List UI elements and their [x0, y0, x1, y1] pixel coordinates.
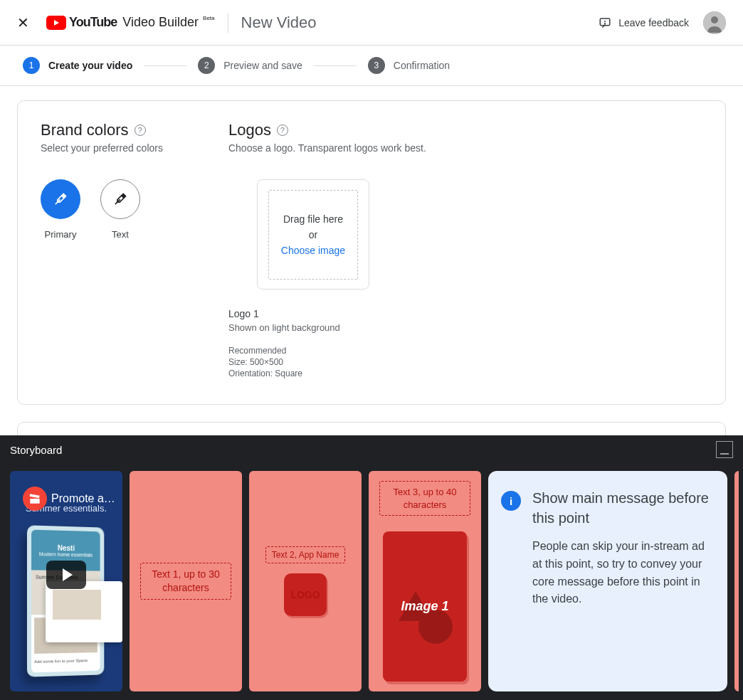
logo1-size: Size: 500×500: [228, 357, 426, 367]
storyboard-frame-2[interactable]: Text 1, up to 30 characters: [130, 471, 242, 691]
brand: YouTube Video Builder Beta: [46, 15, 215, 30]
overlay-card: [46, 581, 122, 642]
storyboard-frame-next[interactable]: [734, 471, 739, 691]
tip-body: People can skip your in-stream ad at thi…: [532, 538, 710, 608]
primary-color-swatch[interactable]: [41, 179, 80, 219]
close-icon[interactable]: ✕: [17, 14, 29, 31]
eyedropper-icon: [53, 192, 68, 206]
logo-dropzone[interactable]: Drag file here or Choose image: [257, 179, 369, 290]
primary-color-pick: Primary: [41, 179, 80, 240]
text-color-swatch[interactable]: [100, 179, 140, 219]
brand-videobuilder: Video Builder: [122, 15, 199, 30]
youtube-logo-icon: [46, 16, 66, 30]
app-header: ✕ YouTube Video Builder Beta New Video L…: [0, 0, 743, 46]
brand-colors-title: Brand colors: [41, 121, 129, 139]
divider: [314, 65, 357, 66]
logo1-shown: Shown on light background: [228, 322, 426, 333]
logo1-recommended: Recommended: [228, 346, 426, 356]
svg-point-4: [711, 16, 718, 23]
director-icon: [23, 487, 47, 511]
play-button[interactable]: [46, 561, 86, 589]
or-text: or: [309, 229, 317, 240]
tip-title: Show main message before this point: [532, 488, 710, 528]
frame1-title: Promote a…: [51, 492, 115, 505]
feedback-icon: [599, 16, 611, 29]
step-2[interactable]: 2 Preview and save: [198, 57, 302, 74]
storyboard-frame-1[interactable]: Promote a… Summer essentials. NestiModer…: [10, 471, 122, 691]
logos-title: Logos: [228, 121, 271, 139]
logo1-orientation: Orientation: Square: [228, 368, 426, 378]
text-color-pick: Text: [100, 179, 140, 240]
choose-image-button[interactable]: Choose image: [281, 245, 345, 256]
storyboard-frame-3[interactable]: Text 2, App Name LOGO: [249, 471, 362, 691]
storyboard-panel: Storyboard Promote a… Summer essentials.…: [0, 435, 743, 700]
stepper: 1 Create your video 2 Preview and save 3…: [0, 46, 743, 86]
brand-colors-subtitle: Select your preferred colors: [41, 142, 163, 154]
primary-label: Primary: [45, 229, 77, 240]
storyboard-frame-4[interactable]: Text 3, up to 40 characters Image 1: [369, 471, 481, 691]
feedback-label: Leave feedback: [618, 17, 689, 28]
text-label: Text: [112, 229, 129, 240]
help-icon[interactable]: ?: [277, 124, 288, 136]
drag-text: Drag file here: [283, 213, 343, 225]
brand-colors-section: Brand colors ? Select your preferred col…: [41, 121, 163, 378]
minimize-button[interactable]: [716, 441, 733, 458]
brand-card: Brand colors ? Select your preferred col…: [17, 100, 726, 405]
text-3-placeholder[interactable]: Text 3, up to 40 characters: [379, 481, 470, 516]
avatar[interactable]: [703, 11, 726, 34]
beta-badge: Beta: [203, 15, 214, 21]
logo1-label: Logo 1: [228, 308, 426, 319]
text-1-placeholder[interactable]: Text 1, up to 30 characters: [140, 563, 231, 600]
text-2-placeholder[interactable]: Text 2, App Name: [265, 546, 346, 563]
divider: [228, 13, 228, 33]
info-icon: i: [501, 491, 521, 511]
svg-point-2: [605, 23, 606, 23]
eyedropper-icon: [113, 192, 127, 206]
step-3[interactable]: 3 Confirmation: [368, 57, 450, 74]
logo-placeholder[interactable]: LOGO: [284, 573, 327, 616]
logos-subtitle: Choose a logo. Transparent logos work be…: [228, 142, 426, 154]
leave-feedback-button[interactable]: Leave feedback: [599, 16, 689, 29]
step-1[interactable]: 1 Create your video: [23, 57, 132, 74]
page-title: New Video: [241, 14, 317, 32]
image-1-placeholder[interactable]: Image 1: [383, 531, 467, 682]
logos-section: Logos ? Choose a logo. Transparent logos…: [228, 121, 426, 378]
divider: [144, 65, 186, 66]
help-icon[interactable]: ?: [135, 124, 146, 136]
storyboard-tip: i Show main message before this point Pe…: [488, 471, 727, 691]
brand-youtube: YouTube: [69, 15, 117, 30]
storyboard-title: Storyboard: [10, 444, 62, 456]
